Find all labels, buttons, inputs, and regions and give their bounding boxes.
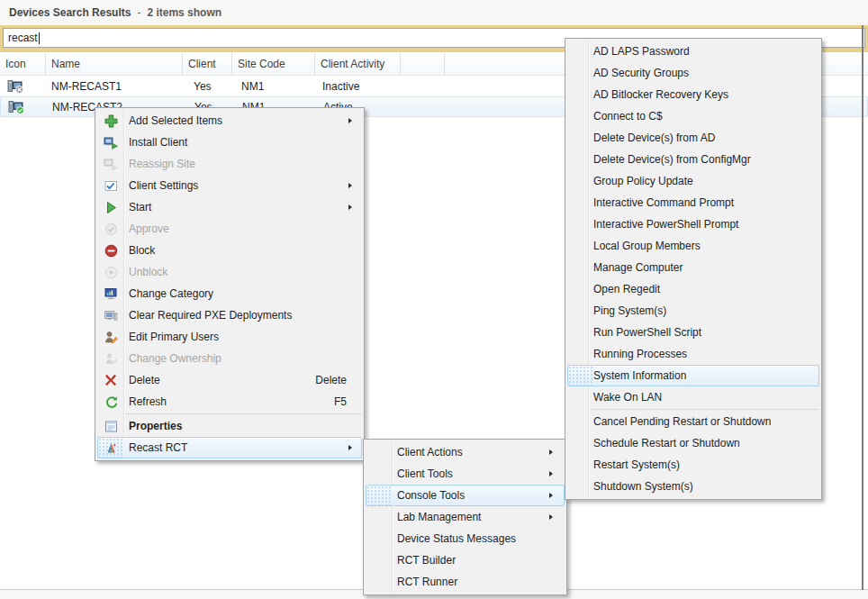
- menu-item-interactive-powershell-prompt[interactable]: Interactive PowerShell Prompt: [567, 213, 819, 235]
- menu-item-label: Start: [129, 201, 151, 213]
- menu-item-ping-systems[interactable]: Ping System(s): [567, 300, 819, 322]
- menu-item-label: System Information: [593, 369, 686, 382]
- menu-item-label: Clear Required PXE Deployments: [129, 309, 292, 322]
- column-header-icon[interactable]: Icon: [0, 52, 46, 75]
- menu-item-clear-required-pxe-deployments[interactable]: Clear Required PXE Deployments: [97, 304, 362, 326]
- column-header-name[interactable]: Name: [46, 52, 183, 75]
- menu-separator: [125, 413, 362, 414]
- menu-item-wake-on-lan[interactable]: Wake On LAN: [567, 386, 819, 408]
- menu-item-console-tools[interactable]: Console Tools: [366, 485, 565, 506]
- recast-rct-submenu: Client Actions Client Tools Console Tool…: [363, 439, 567, 595]
- add-icon: [98, 114, 123, 128]
- menu-item-ad-security-groups[interactable]: AD Security Groups: [567, 62, 819, 84]
- menu-item-device-status-messages[interactable]: Device Status Messages: [366, 528, 565, 549]
- install-client-icon: [98, 135, 123, 150]
- menu-item-label: Client Settings: [129, 179, 198, 192]
- refresh-icon: [98, 395, 123, 409]
- menu-item-label: Lab Management: [397, 511, 481, 523]
- menu-item-add-selected-items[interactable]: Add Selected Items: [97, 110, 362, 132]
- menu-item-label: Wake On LAN: [593, 391, 662, 404]
- menu-item-local-group-members[interactable]: Local Group Members: [567, 235, 819, 257]
- menu-item-group-policy-update[interactable]: Group Policy Update: [567, 170, 819, 192]
- column-header-client-activity[interactable]: Client Activity: [315, 52, 401, 75]
- menu-item-rct-builder[interactable]: RCT Builder: [366, 549, 565, 571]
- menu-item-run-powershell-script[interactable]: Run PowerShell Script: [567, 322, 819, 343]
- menu-item-running-processes[interactable]: Running Processes: [567, 343, 819, 365]
- menu-item-restart-systems[interactable]: Restart System(s): [567, 454, 819, 476]
- column-header-site-code[interactable]: Site Code: [232, 52, 315, 75]
- menu-item-label: Local Group Members: [593, 240, 701, 252]
- submenu-arrow-icon: [348, 118, 352, 123]
- menu-item-label: Reassign Site: [129, 158, 195, 170]
- menu-item-label: Interactive Command Prompt: [593, 196, 734, 209]
- device-error-icon: [0, 76, 46, 96]
- menu-item-unblock[interactable]: Unblock: [97, 261, 362, 283]
- menu-item-label: AD Security Groups: [593, 67, 689, 79]
- menu-item-label: Connect to C$: [593, 110, 663, 123]
- title-dash: -: [137, 6, 140, 19]
- menu-item-label: RCT Builder: [397, 554, 456, 567]
- menu-item-refresh[interactable]: Refresh F5: [97, 391, 362, 413]
- menu-item-connect-to-c-dollar[interactable]: Connect to C$: [567, 105, 819, 127]
- menu-item-label: Group Policy Update: [593, 175, 693, 187]
- device-client: Yes: [183, 76, 232, 96]
- menu-item-label: Shutdown System(s): [593, 480, 693, 493]
- submenu-arrow-icon: [348, 445, 352, 450]
- device-site-code: NM1: [232, 76, 315, 96]
- column-header-empty[interactable]: [401, 52, 445, 75]
- menu-item-system-information[interactable]: System Information: [567, 365, 819, 386]
- menu-item-label: Properties: [129, 420, 182, 432]
- menu-item-reassign-site[interactable]: Reassign Site: [97, 153, 362, 175]
- devices-search-results-pane: Devices Search Results - 2 items shown r…: [0, 0, 868, 599]
- menu-item-recast-rct[interactable]: Recast RCT: [97, 437, 362, 458]
- menu-item-cancel-pending-restart-or-shutdown[interactable]: Cancel Pending Restart or Shutdown: [567, 411, 819, 432]
- submenu-arrow-icon: [549, 493, 553, 498]
- menu-item-label: Change Ownership: [129, 352, 222, 365]
- menu-item-client-actions[interactable]: Client Actions: [366, 441, 565, 463]
- menu-item-client-tools[interactable]: Client Tools: [366, 463, 565, 485]
- items-shown-count: 2 items shown: [147, 6, 222, 19]
- menu-item-block[interactable]: Block: [97, 240, 362, 261]
- menu-item-install-client[interactable]: Install Client: [97, 132, 362, 153]
- menu-item-start[interactable]: Start: [97, 196, 362, 218]
- menu-item-properties[interactable]: Properties: [97, 415, 362, 437]
- menu-item-interactive-command-prompt[interactable]: Interactive Command Prompt: [567, 192, 819, 213]
- menu-item-label: Edit Primary Users: [129, 331, 219, 343]
- submenu-arrow-icon: [549, 514, 553, 520]
- block-icon: [98, 244, 123, 258]
- menu-item-change-category[interactable]: Change Category: [97, 283, 362, 304]
- menu-item-shortcut: F5: [334, 395, 347, 408]
- menu-item-label: Device Status Messages: [397, 532, 516, 545]
- device-client-activity: Inactive: [315, 76, 401, 96]
- menu-item-delete[interactable]: Delete Delete: [97, 369, 362, 391]
- pane-right-edge: [862, 25, 863, 590]
- menu-item-client-settings[interactable]: Client Settings: [97, 175, 362, 196]
- menu-item-label: Manage Computer: [593, 261, 683, 274]
- menu-item-edit-primary-users[interactable]: Edit Primary Users: [97, 326, 362, 348]
- menu-item-label: Restart System(s): [593, 458, 680, 471]
- submenu-arrow-icon: [549, 471, 553, 476]
- menu-item-label: AD LAPS Password: [593, 45, 690, 58]
- menu-item-ad-bitlocker-recovery-keys[interactable]: AD Bitlocker Recovery Keys: [567, 84, 819, 105]
- menu-item-label: Running Processes: [593, 348, 687, 360]
- menu-item-open-regedit[interactable]: Open Regedit: [567, 278, 819, 300]
- menu-item-change-ownership[interactable]: Change Ownership: [97, 348, 362, 369]
- menu-item-delete-devices-from-ad[interactable]: Delete Device(s) from AD: [567, 127, 819, 149]
- menu-item-label: Unblock: [129, 266, 167, 278]
- menu-item-manage-computer[interactable]: Manage Computer: [567, 257, 819, 278]
- menu-item-schedule-restart-or-shutdown[interactable]: Schedule Restart or Shutdown: [567, 432, 819, 454]
- menu-item-label: Install Client: [129, 136, 187, 149]
- submenu-arrow-icon: [549, 449, 553, 455]
- menu-item-delete-devices-from-configmgr[interactable]: Delete Device(s) from ConfigMgr: [567, 149, 819, 170]
- menu-item-shutdown-systems[interactable]: Shutdown System(s): [567, 476, 819, 497]
- menu-item-shortcut: Delete: [315, 374, 347, 386]
- menu-item-rct-runner[interactable]: RCT Runner: [366, 571, 565, 593]
- menu-item-ad-laps-password[interactable]: AD LAPS Password: [567, 41, 819, 62]
- submenu-arrow-icon: [348, 204, 352, 210]
- approve-icon: [98, 222, 123, 236]
- menu-item-label: RCT Runner: [397, 576, 457, 588]
- column-header-client[interactable]: Client: [183, 52, 232, 75]
- menu-item-approve[interactable]: Approve: [97, 218, 362, 240]
- menu-item-lab-management[interactable]: Lab Management: [366, 506, 565, 528]
- recast-rct-icon: [98, 441, 123, 455]
